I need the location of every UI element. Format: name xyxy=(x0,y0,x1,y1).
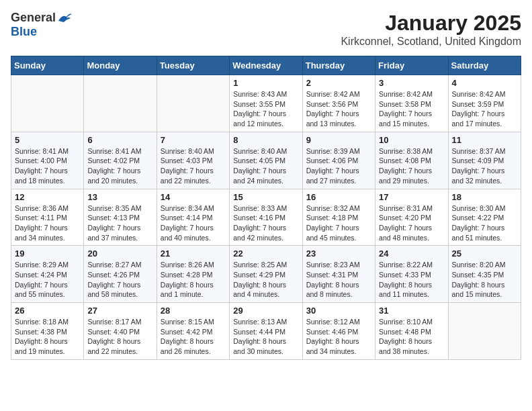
day-detail: Sunrise: 8:41 AM Sunset: 4:02 PM Dayligh… xyxy=(87,146,152,186)
calendar-cell: 7Sunrise: 8:40 AM Sunset: 4:03 PM Daylig… xyxy=(157,132,229,189)
day-detail: Sunrise: 8:12 AM Sunset: 4:46 PM Dayligh… xyxy=(306,317,371,357)
day-detail: Sunrise: 8:37 AM Sunset: 4:09 PM Dayligh… xyxy=(452,146,517,186)
day-number: 22 xyxy=(233,248,298,259)
day-number: 31 xyxy=(379,306,444,316)
day-detail: Sunrise: 8:42 AM Sunset: 3:59 PM Dayligh… xyxy=(452,89,517,129)
weekday-header: Saturday xyxy=(448,56,521,75)
day-detail: Sunrise: 8:23 AM Sunset: 4:31 PM Dayligh… xyxy=(306,260,371,300)
day-detail: Sunrise: 8:35 AM Sunset: 4:13 PM Dayligh… xyxy=(87,203,152,243)
calendar-cell: 24Sunrise: 8:22 AM Sunset: 4:33 PM Dayli… xyxy=(375,246,448,303)
day-detail: Sunrise: 8:25 AM Sunset: 4:29 PM Dayligh… xyxy=(233,260,298,300)
day-detail: Sunrise: 8:38 AM Sunset: 4:08 PM Dayligh… xyxy=(379,146,444,186)
calendar-cell: 25Sunrise: 8:20 AM Sunset: 4:35 PM Dayli… xyxy=(448,246,521,303)
calendar-cell: 4Sunrise: 8:42 AM Sunset: 3:59 PM Daylig… xyxy=(448,75,521,132)
day-number: 1 xyxy=(233,78,298,88)
day-detail: Sunrise: 8:20 AM Sunset: 4:35 PM Dayligh… xyxy=(452,260,517,300)
day-number: 4 xyxy=(452,78,517,88)
calendar-cell: 18Sunrise: 8:30 AM Sunset: 4:22 PM Dayli… xyxy=(448,189,521,246)
calendar-cell xyxy=(448,303,521,360)
day-number: 23 xyxy=(306,248,371,259)
calendar-cell: 28Sunrise: 8:15 AM Sunset: 4:42 PM Dayli… xyxy=(157,303,229,360)
logo-blue-text: Blue xyxy=(11,25,37,39)
day-number: 16 xyxy=(306,192,371,202)
day-detail: Sunrise: 8:36 AM Sunset: 4:11 PM Dayligh… xyxy=(15,203,80,243)
calendar-cell: 30Sunrise: 8:12 AM Sunset: 4:46 PM Dayli… xyxy=(302,303,375,360)
day-number: 6 xyxy=(87,135,152,145)
calendar-cell: 12Sunrise: 8:36 AM Sunset: 4:11 PM Dayli… xyxy=(11,189,84,246)
calendar-cell: 5Sunrise: 8:41 AM Sunset: 4:00 PM Daylig… xyxy=(11,132,84,189)
day-number: 26 xyxy=(15,306,80,316)
day-number: 8 xyxy=(233,135,298,145)
logo-bird-icon xyxy=(57,11,73,25)
title-block: January 2025 Kirkconnel, Scotland, Unite… xyxy=(341,11,521,48)
day-detail: Sunrise: 8:39 AM Sunset: 4:06 PM Dayligh… xyxy=(306,146,371,186)
day-detail: Sunrise: 8:13 AM Sunset: 4:44 PM Dayligh… xyxy=(233,317,298,357)
day-number: 5 xyxy=(15,135,80,145)
day-number: 2 xyxy=(306,78,371,88)
day-number: 27 xyxy=(87,306,152,316)
calendar-cell: 10Sunrise: 8:38 AM Sunset: 4:08 PM Dayli… xyxy=(375,132,448,189)
day-number: 13 xyxy=(87,192,152,202)
day-detail: Sunrise: 8:43 AM Sunset: 3:55 PM Dayligh… xyxy=(233,89,298,129)
day-number: 11 xyxy=(452,135,517,145)
calendar-week-row: 19Sunrise: 8:29 AM Sunset: 4:24 PM Dayli… xyxy=(11,246,521,303)
day-detail: Sunrise: 8:40 AM Sunset: 4:05 PM Dayligh… xyxy=(233,146,298,186)
calendar-cell xyxy=(157,75,229,132)
day-number: 12 xyxy=(15,192,80,202)
calendar-week-row: 1Sunrise: 8:43 AM Sunset: 3:55 PM Daylig… xyxy=(11,75,521,132)
calendar-cell: 27Sunrise: 8:17 AM Sunset: 4:40 PM Dayli… xyxy=(84,303,157,360)
calendar-header-row: SundayMondayTuesdayWednesdayThursdayFrid… xyxy=(11,56,521,75)
day-detail: Sunrise: 8:31 AM Sunset: 4:20 PM Dayligh… xyxy=(379,203,444,243)
day-number: 9 xyxy=(306,135,371,145)
day-number: 25 xyxy=(452,248,517,259)
calendar-cell xyxy=(11,75,84,132)
calendar-cell: 1Sunrise: 8:43 AM Sunset: 3:55 PM Daylig… xyxy=(230,75,302,132)
calendar-cell: 31Sunrise: 8:10 AM Sunset: 4:48 PM Dayli… xyxy=(375,303,448,360)
day-detail: Sunrise: 8:29 AM Sunset: 4:24 PM Dayligh… xyxy=(15,260,80,300)
weekday-header: Tuesday xyxy=(157,56,229,75)
day-number: 3 xyxy=(379,78,444,88)
weekday-header: Thursday xyxy=(302,56,375,75)
weekday-header: Friday xyxy=(375,56,448,75)
calendar-cell: 2Sunrise: 8:42 AM Sunset: 3:56 PM Daylig… xyxy=(302,75,375,132)
day-detail: Sunrise: 8:27 AM Sunset: 4:26 PM Dayligh… xyxy=(87,260,152,300)
calendar-cell: 22Sunrise: 8:25 AM Sunset: 4:29 PM Dayli… xyxy=(230,246,302,303)
calendar-week-row: 5Sunrise: 8:41 AM Sunset: 4:00 PM Daylig… xyxy=(11,132,521,189)
calendar-cell: 6Sunrise: 8:41 AM Sunset: 4:02 PM Daylig… xyxy=(84,132,157,189)
calendar-cell: 3Sunrise: 8:42 AM Sunset: 3:58 PM Daylig… xyxy=(375,75,448,132)
day-detail: Sunrise: 8:10 AM Sunset: 4:48 PM Dayligh… xyxy=(379,317,444,357)
day-detail: Sunrise: 8:42 AM Sunset: 3:56 PM Dayligh… xyxy=(306,89,371,129)
calendar-cell: 19Sunrise: 8:29 AM Sunset: 4:24 PM Dayli… xyxy=(11,246,84,303)
calendar-cell: 9Sunrise: 8:39 AM Sunset: 4:06 PM Daylig… xyxy=(302,132,375,189)
day-detail: Sunrise: 8:26 AM Sunset: 4:28 PM Dayligh… xyxy=(161,260,226,300)
logo: General Blue xyxy=(11,11,73,39)
day-number: 24 xyxy=(379,248,444,259)
day-number: 21 xyxy=(161,248,226,259)
day-number: 17 xyxy=(379,192,444,202)
day-number: 18 xyxy=(452,192,517,202)
location: Kirkconnel, Scotland, United Kingdom xyxy=(341,36,521,48)
day-number: 20 xyxy=(87,248,152,259)
calendar-cell: 23Sunrise: 8:23 AM Sunset: 4:31 PM Dayli… xyxy=(302,246,375,303)
day-detail: Sunrise: 8:34 AM Sunset: 4:14 PM Dayligh… xyxy=(161,203,226,243)
logo-general-text: General xyxy=(11,11,56,25)
day-number: 19 xyxy=(15,248,80,259)
weekday-header: Monday xyxy=(84,56,157,75)
calendar-week-row: 26Sunrise: 8:18 AM Sunset: 4:38 PM Dayli… xyxy=(11,303,521,360)
calendar-cell: 16Sunrise: 8:32 AM Sunset: 4:18 PM Dayli… xyxy=(302,189,375,246)
day-number: 7 xyxy=(161,135,226,145)
day-detail: Sunrise: 8:15 AM Sunset: 4:42 PM Dayligh… xyxy=(161,317,226,357)
calendar-cell: 20Sunrise: 8:27 AM Sunset: 4:26 PM Dayli… xyxy=(84,246,157,303)
calendar-cell: 11Sunrise: 8:37 AM Sunset: 4:09 PM Dayli… xyxy=(448,132,521,189)
day-number: 30 xyxy=(306,306,371,316)
day-number: 28 xyxy=(161,306,226,316)
calendar-week-row: 12Sunrise: 8:36 AM Sunset: 4:11 PM Dayli… xyxy=(11,189,521,246)
day-detail: Sunrise: 8:42 AM Sunset: 3:58 PM Dayligh… xyxy=(379,89,444,129)
calendar-cell: 26Sunrise: 8:18 AM Sunset: 4:38 PM Dayli… xyxy=(11,303,84,360)
page-header: General Blue January 2025 Kirkconnel, Sc… xyxy=(11,11,521,48)
day-detail: Sunrise: 8:33 AM Sunset: 4:16 PM Dayligh… xyxy=(233,203,298,243)
weekday-header: Wednesday xyxy=(230,56,302,75)
calendar-cell: 15Sunrise: 8:33 AM Sunset: 4:16 PM Dayli… xyxy=(230,189,302,246)
calendar-cell: 21Sunrise: 8:26 AM Sunset: 4:28 PM Dayli… xyxy=(157,246,229,303)
day-detail: Sunrise: 8:30 AM Sunset: 4:22 PM Dayligh… xyxy=(452,203,517,243)
